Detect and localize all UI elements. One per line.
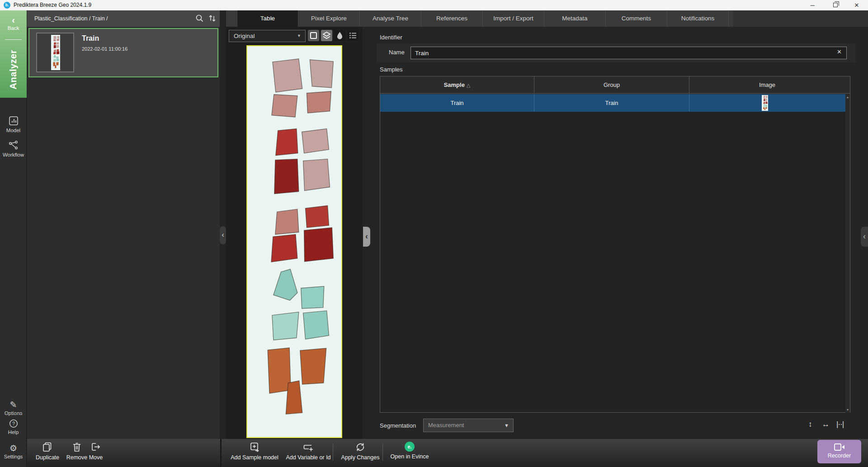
button-label: Move xyxy=(89,454,103,461)
mode-analyzer[interactable]: Analyzer xyxy=(0,43,27,96)
name-input[interactable] xyxy=(410,47,847,59)
button-label: Recorder xyxy=(828,453,851,459)
scroll-up-icon[interactable]: ▲ xyxy=(845,95,850,99)
droplet-icon xyxy=(335,31,344,40)
close-button[interactable]: ✕ xyxy=(849,0,864,10)
app-logo-icon: b. xyxy=(4,2,10,9)
tab-comments[interactable]: Comments xyxy=(606,10,667,27)
search-icon[interactable] xyxy=(195,14,204,23)
identifier-section-label: Identifier xyxy=(380,34,402,41)
sidebar: ‹ Back Analyzer Model Workflow xyxy=(0,10,27,467)
tab-references[interactable]: References xyxy=(421,10,483,27)
tab-metadata[interactable]: Metadata xyxy=(544,10,606,27)
view-mode-value: Original xyxy=(234,33,255,39)
cell-group: Train xyxy=(534,94,689,112)
clear-name-icon[interactable]: ✕ xyxy=(837,48,842,55)
collapse-right-handle[interactable]: ‹ xyxy=(861,227,868,247)
list-icon xyxy=(348,31,358,40)
breadcrumb[interactable]: Plastic_Classification / Train / xyxy=(34,10,108,27)
sidebar-item-label: Settings xyxy=(4,454,23,459)
analyzer-section: ‹ Back Analyzer xyxy=(0,10,27,98)
tab-analyse-tree[interactable]: Analyse Tree xyxy=(360,10,421,27)
button-label: Apply Changes xyxy=(341,454,380,461)
sidebar-item-settings[interactable]: ⚙ Settings xyxy=(0,444,27,459)
chevron-down-icon: ▼ xyxy=(297,30,301,42)
move-button[interactable]: Move xyxy=(82,442,109,461)
samples-table: Sample△ Group Image Train Train ▲ ▼ xyxy=(380,76,850,413)
svg-text:?: ? xyxy=(12,421,14,426)
resize-vertical-icon[interactable]: ↕ xyxy=(808,420,812,429)
contrast-view-button[interactable] xyxy=(334,30,345,41)
collapse-browser-handle[interactable]: ‹ xyxy=(220,226,226,244)
button-label: Add Sample model xyxy=(231,454,278,461)
restore-button[interactable] xyxy=(833,3,838,7)
minimize-button[interactable]: ─ xyxy=(805,0,820,10)
table-row[interactable]: Train Train xyxy=(380,94,845,112)
tab-pixel-explore[interactable]: Pixel Explore xyxy=(298,10,360,27)
sidebar-item-label: Help xyxy=(8,429,19,435)
column-header-sample[interactable]: Sample△ xyxy=(380,76,534,94)
model-icon xyxy=(8,115,19,126)
toolbar-divider xyxy=(333,443,333,461)
item-title: Train xyxy=(82,34,99,43)
tab-table[interactable]: Table xyxy=(237,10,298,27)
sidebar-item-model[interactable]: Model xyxy=(0,115,27,133)
app-window: b. Prediktera Breeze Geo 2024.1.9 ─ ✕ ‹ … xyxy=(0,0,868,467)
list-item[interactable]: Train 2022-02-01 11:00:16 xyxy=(28,28,218,77)
collapse-viewer-handle[interactable]: ‹ xyxy=(363,227,370,247)
recorder-button[interactable]: Recorder xyxy=(817,440,861,463)
back-chevron-icon[interactable]: ‹ xyxy=(0,15,27,25)
pencil-icon: ✎ xyxy=(0,400,27,410)
sidebar-divider xyxy=(5,39,22,40)
segmentation-value: Measurement xyxy=(428,422,464,429)
sort-icon[interactable] xyxy=(208,14,217,23)
sidebar-divider xyxy=(4,413,23,414)
segmentation-select[interactable]: Measurement ▼ xyxy=(423,419,514,432)
add-sample-model-icon xyxy=(249,442,260,453)
cell-image xyxy=(689,94,840,112)
back-button[interactable]: Back xyxy=(0,25,27,31)
view-mode-select[interactable]: Original ▼ xyxy=(229,30,306,42)
duplicate-button[interactable]: Duplicate xyxy=(33,442,62,461)
open-in-evince-button[interactable]: e. Open in Evince xyxy=(387,442,432,460)
window-title: Prediktera Breeze Geo 2024.1.9 xyxy=(14,0,91,10)
panel-gutter xyxy=(220,10,226,439)
evince-icon: e. xyxy=(405,442,415,452)
list-view-button[interactable] xyxy=(347,30,359,41)
resize-horizontal-icon[interactable]: ↔ xyxy=(822,420,830,429)
thumbnail-image xyxy=(51,35,60,70)
item-thumbnail xyxy=(36,33,74,72)
sidebar-item-workflow[interactable]: Workflow xyxy=(0,140,27,157)
table-scrollbar[interactable]: ▲ ▼ xyxy=(845,94,850,413)
video-camera-icon xyxy=(834,443,845,452)
layers-view-button[interactable] xyxy=(321,30,332,41)
browser-header: Plastic_Classification / Train / xyxy=(27,10,220,27)
refresh-icon xyxy=(355,442,366,453)
add-sample-model-button[interactable]: Add Sample model xyxy=(230,442,279,461)
button-label: Add Variable or Id xyxy=(286,454,330,461)
workflow-icon xyxy=(8,140,19,151)
browser-list: Train 2022-02-01 11:00:16 xyxy=(27,27,220,439)
apply-changes-button[interactable]: Apply Changes xyxy=(340,442,381,461)
duplicate-icon xyxy=(42,442,53,453)
table-tab-content: Identifier Name ✕ Samples Sample△ Group … xyxy=(363,27,868,439)
tab-import-export[interactable]: Import / Export xyxy=(483,10,544,27)
sample-image-canvas xyxy=(247,46,341,437)
column-header-group[interactable]: Group xyxy=(534,76,689,94)
cell-sample: Train xyxy=(380,94,534,112)
tab-notifications[interactable]: Notifications xyxy=(667,10,729,27)
button-label: Duplicate xyxy=(36,454,59,461)
resize-span-icon[interactable]: |··| xyxy=(836,420,844,429)
sample-image[interactable] xyxy=(246,45,342,438)
scroll-down-icon[interactable]: ▼ xyxy=(845,408,850,411)
item-timestamp: 2022-02-01 11:00:16 xyxy=(82,46,127,52)
sort-triangle-icon: △ xyxy=(467,82,470,88)
table-header-row: Sample△ Group Image xyxy=(380,76,850,94)
help-icon: ? xyxy=(9,419,18,428)
row-image-thumbnail[interactable] xyxy=(762,95,768,111)
sidebar-item-help[interactable]: ? Help xyxy=(0,419,27,435)
add-variable-button[interactable]: Add Variable or Id xyxy=(283,442,334,461)
add-variable-icon xyxy=(302,442,314,453)
frame-view-button[interactable] xyxy=(308,30,319,41)
column-header-image[interactable]: Image xyxy=(689,76,845,94)
